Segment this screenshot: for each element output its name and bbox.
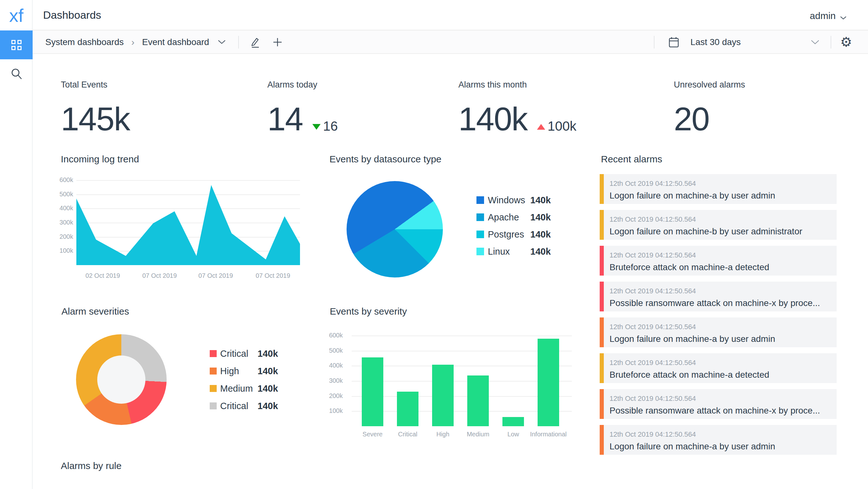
alarm-card[interactable]: 12th Oct 2019 04:12:50.564 Logon failure… — [600, 425, 837, 455]
add-widget-button[interactable] — [273, 37, 283, 47]
x-tick-label: Critical — [398, 431, 417, 438]
bar-high[interactable] — [432, 365, 454, 426]
breadcrumb-current[interactable]: Event dashboard — [142, 37, 209, 47]
alarm-card[interactable]: 12th Oct 2019 04:12:50.564 Logon failure… — [600, 174, 837, 204]
kpi-total-events: Total Events 145k — [61, 80, 130, 136]
settings-button[interactable]: ⚙ — [840, 35, 852, 49]
bar-informational[interactable] — [537, 339, 559, 426]
alarm-card[interactable]: 12th Oct 2019 04:12:50.564 Possible rans… — [600, 282, 837, 311]
severity-bar — [600, 210, 604, 240]
legend-swatch — [210, 402, 217, 409]
bar-medium[interactable] — [467, 375, 489, 426]
incoming-log-trend-chart[interactable] — [76, 180, 300, 265]
recent-alarms-list: 12th Oct 2019 04:12:50.564 Logon failure… — [600, 174, 837, 461]
severity-bar — [600, 353, 604, 383]
severity-bar — [600, 425, 604, 455]
events-by-severity-bar-chart[interactable] — [352, 336, 572, 426]
alarm-title: Possible ransomware attack on machine-x … — [610, 406, 830, 416]
edit-dashboard-button[interactable] — [250, 36, 260, 48]
widget-title-incoming-log-trend: Incoming log trend — [61, 154, 139, 165]
kpi-value: 14 — [267, 103, 303, 136]
kpi-delta-value: 16 — [323, 120, 338, 133]
x-tick-label: 02 Oct 2019 — [86, 272, 120, 279]
legend-swatch — [210, 350, 217, 357]
legend-label: Apache — [488, 212, 530, 223]
dashboard-select-chevron-icon[interactable] — [218, 40, 225, 45]
header: Dashboards admin — [33, 0, 868, 30]
severity-bar — [600, 317, 604, 347]
user-name: admin — [810, 10, 836, 21]
legend-label: Medium — [220, 383, 257, 394]
alarm-timestamp: 12th Oct 2019 04:12:50.564 — [610, 251, 830, 259]
alarm-card[interactable]: 12th Oct 2019 04:12:50.564 Bruteforce at… — [600, 353, 837, 383]
legend-row[interactable]: Medium 140k — [210, 384, 278, 393]
alarm-card[interactable]: 12th Oct 2019 04:12:50.564 Logon failure… — [600, 210, 837, 240]
legend-row[interactable]: Linux 140k — [476, 247, 551, 256]
toolbar-right: Last 30 days ⚙ — [654, 30, 868, 54]
x-tick-label: Low — [507, 431, 519, 438]
y-tick-label: 100k — [60, 247, 73, 254]
time-range-label: Last 30 days — [691, 37, 741, 47]
x-tick-label: 07 Oct 2019 — [198, 272, 233, 279]
gridline — [352, 336, 572, 336]
y-tick-label: 400k — [60, 205, 73, 212]
x-tick-label: Severe — [363, 431, 382, 438]
legend-swatch — [210, 385, 217, 392]
alarm-timestamp: 12th Oct 2019 04:12:50.564 — [610, 359, 830, 367]
kpi-alarms-this-month: Alarms this month 140k 100k — [458, 80, 577, 136]
widget-title-events-by-severity: Events by severity — [330, 306, 407, 317]
legend-row[interactable]: Critical 140k — [210, 401, 278, 410]
legend-value: 140k — [530, 247, 551, 257]
severity-bar — [600, 389, 604, 419]
pencil-icon — [250, 36, 260, 48]
legend-swatch — [476, 213, 484, 221]
bar-low[interactable] — [502, 417, 524, 426]
alarm-card[interactable]: 12th Oct 2019 04:12:50.564 Possible rans… — [600, 389, 837, 419]
breadcrumb-parent[interactable]: System dashboards — [45, 37, 124, 47]
alarm-severities-donut-chart[interactable] — [76, 334, 167, 425]
widget-title-recent-alarms: Recent alarms — [601, 154, 662, 165]
legend-row[interactable]: Windows 140k — [476, 196, 551, 205]
legend-value: 140k — [530, 212, 551, 223]
time-range-picker[interactable]: Last 30 days — [654, 36, 819, 48]
widget-title-alarm-severities: Alarm severities — [61, 306, 129, 317]
sidebar-item-dashboards[interactable] — [0, 30, 33, 59]
y-tick-label: 300k — [329, 377, 343, 384]
legend-label: Postgres — [488, 229, 530, 240]
alarm-timestamp: 12th Oct 2019 04:12:50.564 — [610, 215, 830, 224]
breadcrumb-separator: › — [131, 37, 134, 48]
legend-value: 140k — [257, 401, 278, 411]
legend-label: High — [220, 366, 257, 376]
legend-value: 140k — [257, 366, 278, 376]
alarm-title: Bruteforce attack on machine-a detected — [610, 370, 830, 380]
legend-label: Linux — [488, 247, 530, 257]
area-series[interactable] — [76, 180, 300, 265]
legend-label: Critical — [220, 401, 257, 411]
legend-row[interactable]: Apache 140k — [476, 213, 551, 222]
legend-row[interactable]: High 140k — [210, 367, 278, 375]
x-tick-label: High — [436, 431, 449, 438]
kpi-delta: 16 — [312, 120, 338, 133]
bar-critical[interactable] — [397, 392, 418, 426]
alarm-card[interactable]: 12th Oct 2019 04:12:50.564 Bruteforce at… — [600, 246, 837, 276]
user-menu[interactable]: admin — [810, 9, 846, 22]
alarm-card[interactable]: 12th Oct 2019 04:12:50.564 Logon failure… — [600, 317, 837, 347]
events-by-datasource-pie-chart[interactable] — [347, 181, 443, 278]
kpi-unresolved-alarms: Unresolved alarms 20 — [674, 80, 745, 136]
legend-row[interactable]: Critical 140k — [210, 349, 278, 358]
kpi-label: Alarms this month — [458, 80, 577, 90]
kpi-delta-value: 100k — [548, 120, 577, 133]
y-tick-label: 400k — [329, 362, 343, 369]
sidebar-item-search[interactable] — [0, 66, 33, 81]
legend-value: 140k — [257, 348, 278, 359]
chevron-down-icon — [840, 11, 846, 22]
legend-value: 140k — [530, 195, 551, 205]
app-logo[interactable]: xf — [0, 0, 33, 30]
donut-legend: Critical 140k High 140k Medium 140k Crit… — [210, 349, 278, 410]
bar-severe[interactable] — [362, 357, 383, 426]
legend-row[interactable]: Postgres 140k — [476, 230, 551, 239]
trend-down-icon — [312, 124, 320, 130]
alarm-title: Logon failure on machine-b by user admin… — [610, 226, 830, 236]
sidebar: xf — [0, 0, 33, 489]
kpi-value: 140k — [458, 103, 527, 136]
